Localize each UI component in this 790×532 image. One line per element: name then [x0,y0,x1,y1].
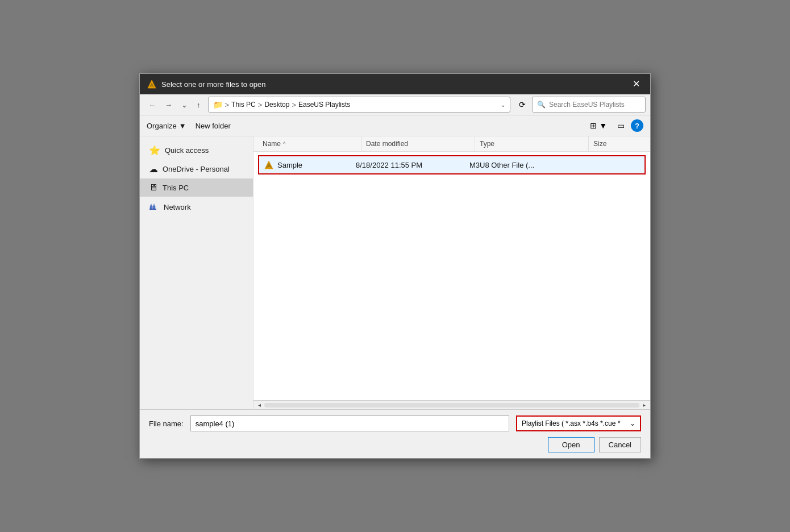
help-button[interactable]: ? [631,119,643,132]
col-header-type[interactable]: Type [475,136,589,151]
pane-toggle-button[interactable]: ▭ [613,119,629,132]
main-area: ⭐ Quick access ☁ OneDrive - Personal 🖥 T… [140,136,650,409]
forward-button[interactable]: → [161,98,176,112]
cancel-button[interactable]: Cancel [599,437,641,452]
view-icon: ⊞ [590,121,597,130]
view-icon-button[interactable]: ⊞ ▼ [586,119,611,132]
navigation-toolbar: ← → ⌄ ↑ 📁 > This PC > Desktop > EaseUS P… [140,94,650,115]
scroll-left-button[interactable]: ◂ [256,402,263,408]
col-header-name[interactable]: Name ^ [258,136,361,151]
sidebar-label-quick-access: Quick access [165,146,209,155]
sidebar-label-network: Network [164,203,191,211]
search-bar: 🔍 [532,97,646,113]
vlc-logo-icon [147,79,157,89]
dropdown-nav-button[interactable]: ⌄ [177,98,192,112]
onedrive-icon: ☁ [149,164,158,174]
sidebar-label-this-pc: This PC [163,184,189,192]
scroll-right-button[interactable]: ▸ [641,402,648,408]
breadcrumb-bar[interactable]: 📁 > This PC > Desktop > EaseUS Playlists… [208,97,511,113]
file-open-dialog: Select one or more files to open ✕ ← → ⌄… [139,73,651,459]
organize-arrow: ▼ [179,122,186,130]
file-cell-type: M3U8 Other File (... [469,160,583,170]
filename-input[interactable] [190,415,509,431]
file-list: Name ^ Date modified Type Size [253,136,650,409]
back-button[interactable]: ← [144,98,160,112]
dialog-title: Select one or more files to open [161,80,266,89]
file-cell-date: 8/18/2022 11:55 PM [356,160,469,170]
breadcrumb-this-pc[interactable]: This PC [231,101,256,109]
file-list-header: Name ^ Date modified Type Size [253,136,650,152]
folder-icon: 📁 [213,100,223,109]
this-pc-icon: 🖥 [149,182,158,193]
sidebar-item-onedrive[interactable]: ☁ OneDrive - Personal [140,160,253,178]
col-header-date[interactable]: Date modified [361,136,475,151]
breadcrumb-sep-3: > [292,101,296,109]
close-button[interactable]: ✕ [629,78,643,90]
svg-point-10 [153,204,155,205]
filetype-arrow: ⌄ [630,419,635,427]
quick-access-icon: ⭐ [149,145,160,156]
file-cell-size [583,160,640,170]
view-controls: ⊞ ▼ ▭ ? [586,119,643,132]
sort-arrow-name: ^ [283,141,285,147]
refresh-button[interactable]: ⟳ [514,97,531,112]
scrollbar-area: ◂ ▸ [253,400,650,409]
svg-rect-8 [152,209,156,210]
svg-rect-2 [151,86,153,88]
breadcrumb-sep-2: > [258,101,263,109]
options-bar: Organize ▼ New folder ⊞ ▼ ▭ ? [140,115,650,136]
sidebar-label-onedrive: OneDrive - Personal [163,165,230,173]
title-bar-left: Select one or more files to open [147,79,266,89]
sidebar-item-quick-access[interactable]: ⭐ Quick access [140,141,253,160]
organize-label: Organize [147,122,177,130]
search-icon: 🔍 [537,101,546,109]
action-row: Open Cancel [149,437,641,452]
breadcrumb-desktop[interactable]: Desktop [264,101,289,109]
file-list-body: Sample 8/18/2022 11:55 PM M3U8 Other Fil… [253,152,650,400]
up-button[interactable]: ↑ [193,98,205,112]
sidebar-item-this-pc[interactable]: 🖥 This PC [140,178,253,197]
scroll-track[interactable] [264,403,639,408]
filetype-value: Playlist Files ( *.asx *.b4s *.cue * [522,419,620,427]
sidebar-item-network[interactable]: Network [140,197,253,217]
col-header-size[interactable]: Size [589,136,646,151]
new-folder-button[interactable]: New folder [196,122,231,130]
table-row[interactable]: Sample 8/18/2022 11:55 PM M3U8 Other Fil… [258,155,646,174]
organize-button[interactable]: Organize ▼ [147,122,186,130]
search-input[interactable] [549,101,641,109]
network-icon [149,201,159,213]
title-bar: Select one or more files to open ✕ [140,74,650,94]
file-cell-name: Sample [264,160,356,170]
svg-rect-13 [268,167,270,168]
breadcrumb-dropdown-button[interactable]: ⌄ [501,102,505,108]
breadcrumb-easeus[interactable]: EaseUS Playlists [298,101,350,109]
filetype-dropdown[interactable]: Playlist Files ( *.asx *.b4s *.cue * ⌄ [516,415,641,431]
sidebar: ⭐ Quick access ☁ OneDrive - Personal 🖥 T… [140,136,253,409]
bottom-bar: File name: Playlist Files ( *.asx *.b4s … [140,409,650,458]
file-vlc-icon [264,160,274,170]
view-dropdown-arrow: ▼ [599,121,607,130]
svg-point-9 [151,204,152,205]
filename-label: File name: [149,419,184,428]
open-button[interactable]: Open [548,437,594,452]
breadcrumb-sep-1: > [225,101,230,109]
filename-row: File name: Playlist Files ( *.asx *.b4s … [149,415,641,431]
